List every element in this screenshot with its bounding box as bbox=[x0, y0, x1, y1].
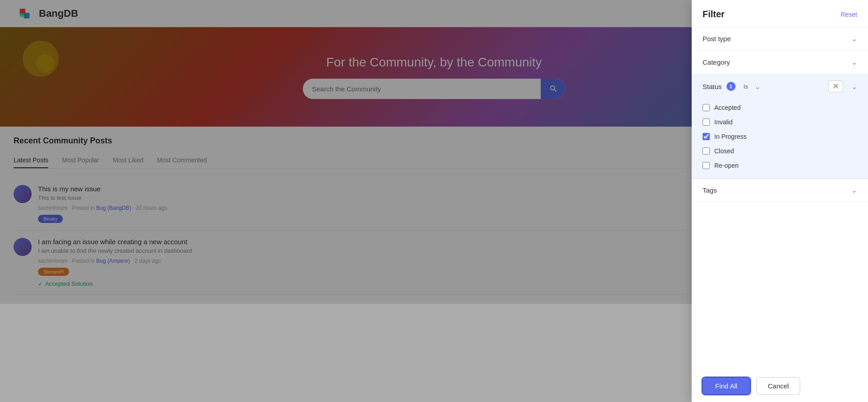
closed-label: Closed bbox=[714, 147, 734, 155]
tags-label: Tags bbox=[703, 186, 717, 194]
status-header: Status 1 Is ⌄ ✕ ⌄ bbox=[692, 74, 868, 99]
status-count: 1 bbox=[726, 82, 736, 91]
chevron-down-icon: ⌄ bbox=[755, 82, 760, 91]
chevron-down-icon: ⌄ bbox=[851, 34, 857, 43]
filter-section-post-type: Post type ⌄ bbox=[692, 27, 868, 51]
filter-body: Post type ⌄ Category ⌄ Status 1 Is ⌄ bbox=[692, 27, 868, 370]
post-type-label: Post type bbox=[703, 35, 731, 43]
reopen-checkbox[interactable] bbox=[703, 162, 710, 169]
find-all-button[interactable]: Find All bbox=[703, 378, 750, 394]
status-is-label: Is bbox=[744, 83, 748, 90]
in-progress-label: In Progress bbox=[714, 133, 747, 140]
accepted-checkbox[interactable] bbox=[703, 104, 710, 111]
reset-button[interactable]: Reset bbox=[840, 11, 857, 18]
chevron-down-icon: ⌄ bbox=[851, 82, 857, 91]
closed-checkbox[interactable] bbox=[703, 147, 710, 155]
filter-section-tags: Tags ⌄ bbox=[692, 179, 868, 202]
status-options: Accepted Invalid In Progress Closed bbox=[692, 99, 868, 178]
status-option-in-progress[interactable]: In Progress bbox=[703, 129, 857, 144]
accepted-label: Accepted bbox=[714, 104, 741, 111]
post-type-header[interactable]: Post type ⌄ bbox=[692, 27, 868, 50]
chevron-down-icon: ⌄ bbox=[851, 58, 857, 66]
filter-section-category: Category ⌄ bbox=[692, 51, 868, 74]
cancel-button[interactable]: Cancel bbox=[756, 377, 800, 395]
category-label: Category bbox=[703, 58, 730, 66]
invalid-checkbox[interactable] bbox=[703, 118, 710, 126]
status-option-closed[interactable]: Closed bbox=[703, 144, 857, 158]
status-label: Status bbox=[703, 83, 722, 90]
filter-title: Filter bbox=[703, 9, 725, 19]
invalid-label: Invalid bbox=[714, 118, 732, 126]
clear-status-button[interactable]: ✕ bbox=[828, 80, 843, 92]
reopen-label: Re-open bbox=[714, 162, 739, 169]
filter-section-status: Status 1 Is ⌄ ✕ ⌄ Accepted Invalid bbox=[692, 74, 868, 179]
status-option-invalid[interactable]: Invalid bbox=[703, 115, 857, 129]
filter-header: Filter Reset bbox=[692, 0, 868, 27]
category-header[interactable]: Category ⌄ bbox=[692, 51, 868, 74]
in-progress-checkbox[interactable] bbox=[703, 133, 710, 140]
tags-header[interactable]: Tags ⌄ bbox=[692, 179, 868, 202]
filter-footer: Find All Cancel bbox=[692, 370, 868, 402]
chevron-down-icon: ⌄ bbox=[851, 186, 857, 194]
status-option-accepted[interactable]: Accepted bbox=[703, 100, 857, 115]
status-option-reopen[interactable]: Re-open bbox=[703, 158, 857, 173]
filter-panel: Filter Reset Post type ⌄ Category ⌄ bbox=[692, 0, 868, 402]
